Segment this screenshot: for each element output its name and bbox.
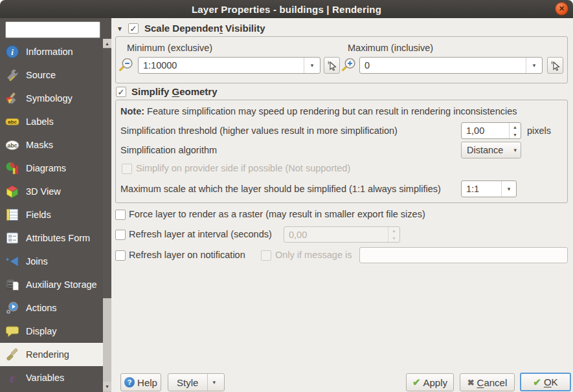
map-cursor-icon bbox=[550, 60, 561, 71]
check-icon: ✓ bbox=[118, 88, 125, 96]
threshold-spinbox[interactable]: 1,00 ▲ ▼ bbox=[461, 122, 521, 139]
sidebar-item-label: Auxiliary Storage bbox=[26, 279, 97, 290]
simplify-geometry-checkbox[interactable]: ✓ bbox=[116, 87, 126, 97]
info-icon: i bbox=[5, 45, 19, 59]
apply-check-icon: ✔ bbox=[412, 376, 421, 388]
abc-label-icon: abc bbox=[5, 114, 19, 129]
speech-bubble-icon bbox=[5, 324, 19, 338]
scroll-up-icon[interactable]: ▲ bbox=[103, 39, 111, 48]
scale-visibility-title: Scale Dependent Visibility bbox=[144, 23, 265, 34]
window-title: Layer Properties - buildings | Rendering bbox=[192, 4, 381, 15]
sidebar-item-label: Joins bbox=[26, 256, 48, 267]
ok-button[interactable]: ✔ OK bbox=[520, 373, 571, 391]
sidebar-item-labels[interactable]: abc Labels bbox=[0, 110, 103, 133]
epsilon-icon: ε bbox=[5, 371, 19, 385]
sidebar-scrollbar[interactable]: ▲ ▼ bbox=[103, 39, 111, 392]
scroll-down-icon[interactable]: ▼ bbox=[103, 382, 111, 391]
sidebar-item-symbology[interactable]: Symbology bbox=[0, 87, 103, 110]
join-arrow-icon bbox=[5, 254, 19, 268]
help-icon: ? bbox=[124, 377, 135, 387]
svg-text:abc: abc bbox=[8, 119, 17, 125]
chevron-down-icon: ▾ bbox=[513, 147, 517, 153]
sidebar-item-label: Variables bbox=[26, 373, 64, 383]
abc-mask-icon: abc bbox=[5, 138, 19, 152]
apply-label: Apply bbox=[423, 377, 448, 388]
sidebar-item-diagrams[interactable]: Diagrams bbox=[0, 157, 103, 180]
database-icon bbox=[5, 278, 19, 292]
only-if-message-label: Only if message is bbox=[275, 250, 352, 260]
threshold-unit-label: pixels bbox=[527, 125, 551, 136]
sidebar-item-joins[interactable]: Joins bbox=[0, 250, 103, 273]
cancel-label: Cancel bbox=[477, 377, 508, 388]
refresh-interval-checkbox[interactable] bbox=[115, 230, 126, 240]
help-button[interactable]: ? Help bbox=[120, 373, 161, 391]
refresh-interval-value: 0,00 bbox=[289, 230, 307, 240]
help-label: Help bbox=[137, 377, 157, 388]
set-max-from-canvas-button[interactable] bbox=[547, 57, 563, 74]
sidebar-item-label: Source bbox=[26, 70, 56, 80]
ok-label: OK bbox=[544, 376, 558, 387]
sidebar-item-actions[interactable]: Actions bbox=[0, 296, 103, 320]
sidebar-item-label: Actions bbox=[26, 303, 57, 313]
sidebar-item-auxiliary-storage[interactable]: Auxiliary Storage bbox=[0, 273, 103, 296]
sidebar-item-fields[interactable]: Fields bbox=[0, 203, 103, 226]
chevron-down-icon[interactable]: ▾ bbox=[526, 58, 542, 73]
spin-down-icon: ▼ bbox=[388, 235, 399, 243]
chevron-down-icon[interactable]: ▾ bbox=[501, 181, 516, 197]
sidebar-item-rendering[interactable]: Rendering bbox=[0, 343, 103, 366]
style-button[interactable]: Style ▾ bbox=[168, 373, 225, 391]
sidebar-item-information[interactable]: i Information bbox=[0, 40, 103, 63]
search-input[interactable] bbox=[5, 21, 100, 38]
provider-simplify-label: Simplify on provider side if possible (N… bbox=[136, 163, 350, 173]
maximum-label: Maximum (inclusive) bbox=[348, 43, 433, 53]
chevron-down-icon[interactable]: ▾ bbox=[304, 58, 320, 73]
cancel-button[interactable]: ✖ Cancel bbox=[460, 373, 515, 391]
sidebar-item-3d-view[interactable]: 3D View bbox=[0, 180, 103, 203]
scale-visibility-checkbox[interactable]: ✓ bbox=[128, 23, 139, 34]
minimum-scale-combobox[interactable]: 1:10000 ▾ bbox=[138, 57, 320, 74]
sidebar-item-label: Information bbox=[26, 47, 73, 57]
sidebar-item-label: Attributes Form bbox=[26, 233, 90, 243]
force-raster-label: Force layer to render as a raster (may r… bbox=[129, 209, 425, 219]
titlebar[interactable]: Layer Properties - buildings | Rendering… bbox=[0, 0, 573, 18]
max-simplify-scale-combobox[interactable]: 1:1 ▾ bbox=[461, 180, 517, 197]
maximum-scale-combobox[interactable]: 0 ▾ bbox=[359, 57, 543, 74]
sidebar-item-masks[interactable]: abc Masks bbox=[0, 133, 103, 157]
sidebar-item-label: Diagrams bbox=[26, 163, 66, 173]
apply-button[interactable]: ✔ Apply bbox=[406, 373, 454, 391]
simplify-geometry-title: Simplify Geometry bbox=[131, 86, 218, 97]
notification-message-input bbox=[359, 247, 568, 263]
sidebar-item-label: 3D View bbox=[26, 186, 61, 197]
algorithm-dropdown[interactable]: Distance ▾ bbox=[461, 142, 521, 158]
paintbrush-render-icon bbox=[5, 347, 19, 362]
sidebar-item-attributes-form[interactable]: Attributes Form bbox=[0, 226, 103, 250]
sidebar-item-display[interactable]: Display bbox=[0, 320, 103, 343]
refresh-interval-label: Refresh layer at interval (seconds) bbox=[129, 229, 272, 239]
check-icon: ✓ bbox=[130, 25, 137, 33]
map-cursor-icon bbox=[327, 60, 337, 71]
minimum-scale-value: 1:10000 bbox=[143, 60, 177, 71]
only-if-message-checkbox bbox=[261, 250, 271, 261]
sidebar-item-label: Symbology bbox=[26, 93, 73, 103]
set-min-from-canvas-button[interactable] bbox=[324, 57, 340, 74]
scrollbar-thumb[interactable] bbox=[103, 48, 111, 298]
sidebar: i Information Source Symbology bbox=[0, 18, 111, 392]
layer-properties-window: Layer Properties - buildings | Rendering… bbox=[0, 0, 573, 392]
force-raster-checkbox[interactable] bbox=[115, 210, 126, 220]
sidebar-item-source[interactable]: Source bbox=[0, 63, 103, 87]
form-icon bbox=[5, 231, 19, 245]
refresh-notification-checkbox[interactable] bbox=[115, 250, 126, 261]
threshold-value: 1,00 bbox=[466, 125, 484, 136]
max-simplify-scale-label: Maximum scale at which the layer should … bbox=[120, 184, 441, 194]
spin-up-icon[interactable]: ▲ bbox=[510, 123, 521, 131]
zoom-in-icon bbox=[341, 57, 357, 73]
minimum-label: Minimum (exclusive) bbox=[127, 43, 212, 53]
spin-down-icon[interactable]: ▼ bbox=[510, 131, 521, 138]
style-label: Style bbox=[177, 377, 198, 388]
close-icon[interactable]: ✕ bbox=[555, 2, 568, 16]
collapse-arrow-icon[interactable]: ▼ bbox=[117, 25, 123, 32]
chevron-down-icon: ▾ bbox=[207, 374, 216, 391]
zoom-out-icon bbox=[118, 57, 135, 73]
spin-up-icon: ▲ bbox=[388, 227, 399, 235]
sidebar-item-variables[interactable]: ε Variables bbox=[0, 366, 103, 389]
